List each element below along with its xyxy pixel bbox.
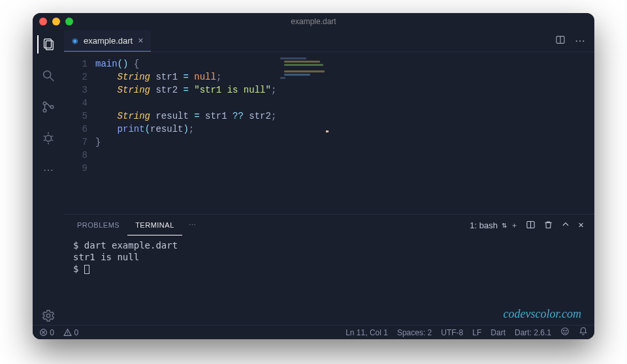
dart-file-icon: ◉ bbox=[72, 37, 78, 45]
editor-more-icon[interactable]: ⋯ bbox=[575, 35, 585, 47]
terminal-picker[interactable]: 1: bash ⇅ bbox=[466, 219, 511, 232]
status-bar: 0 0 Ln 11, Col 1 Spaces: 2 UTF-8 LF Dart… bbox=[33, 325, 594, 339]
editor-tabs: ◉ example.dart × ⋯ bbox=[64, 30, 594, 52]
window-title: example.dart bbox=[33, 17, 594, 26]
panel-tab-terminal[interactable]: TERMINAL bbox=[127, 215, 182, 235]
panel-tab-problems[interactable]: PROBLEMS bbox=[69, 215, 127, 235]
svg-point-2 bbox=[44, 71, 51, 78]
terminal-line: $ dart example.dart bbox=[73, 239, 585, 251]
source-control-icon[interactable] bbox=[39, 98, 57, 116]
status-feedback-icon[interactable] bbox=[560, 327, 570, 338]
debug-icon[interactable] bbox=[39, 129, 57, 147]
editor-actions: ⋯ bbox=[546, 30, 594, 52]
terminal-line: str1 is null bbox=[73, 251, 585, 263]
settings-gear-icon[interactable] bbox=[39, 307, 57, 325]
status-eol[interactable]: LF bbox=[472, 328, 481, 337]
status-warnings[interactable]: 0 bbox=[63, 328, 78, 337]
status-spaces[interactable]: Spaces: 2 bbox=[397, 328, 432, 337]
code-content[interactable]: main() { String str1 = null; String str2… bbox=[95, 52, 276, 214]
panel-tabs-more-icon[interactable]: ⋯ bbox=[182, 221, 202, 230]
editor-main: ◉ example.dart × ⋯ 1 2 3 4 bbox=[64, 30, 594, 325]
new-terminal-icon[interactable]: ＋ bbox=[511, 220, 518, 230]
workbench-body: ⋯ ◉ example.dart × ⋯ bbox=[33, 30, 594, 325]
terminal-line: $ bbox=[73, 263, 585, 275]
svg-point-5 bbox=[43, 109, 46, 112]
minimap-marker bbox=[326, 130, 329, 132]
svg-line-11 bbox=[52, 136, 54, 136]
svg-point-4 bbox=[43, 102, 46, 105]
titlebar: example.dart bbox=[33, 13, 594, 30]
status-language[interactable]: Dart bbox=[490, 328, 506, 337]
status-errors[interactable]: 0 bbox=[39, 328, 54, 337]
maximize-panel-icon[interactable] bbox=[561, 220, 570, 230]
updown-icon: ⇅ bbox=[502, 222, 507, 229]
terminal-picker-label: 1: bash bbox=[470, 220, 498, 230]
svg-point-14 bbox=[46, 314, 50, 318]
svg-line-3 bbox=[50, 78, 54, 82]
svg-point-6 bbox=[50, 106, 54, 109]
svg-point-25 bbox=[564, 330, 564, 331]
svg-line-12 bbox=[44, 140, 46, 141]
panel-actions: ＋ ✕ bbox=[511, 220, 589, 231]
activity-bar: ⋯ bbox=[33, 30, 64, 325]
close-panel-icon[interactable]: ✕ bbox=[578, 221, 584, 230]
split-editor-icon[interactable] bbox=[555, 35, 566, 47]
split-terminal-icon[interactable] bbox=[526, 220, 536, 231]
search-icon[interactable] bbox=[39, 67, 57, 85]
svg-point-26 bbox=[566, 330, 566, 331]
terminal-cursor bbox=[84, 265, 89, 274]
explorer-icon[interactable] bbox=[37, 35, 56, 53]
vscode-window: example.dart ⋯ ◉ bbox=[33, 13, 594, 339]
status-sdk[interactable]: Dart: 2.6.1 bbox=[515, 328, 551, 337]
status-encoding[interactable]: UTF-8 bbox=[441, 328, 463, 337]
line-number-gutter: 1 2 3 4 5 6 7 8 9 bbox=[64, 52, 95, 214]
svg-line-13 bbox=[52, 140, 54, 141]
svg-point-7 bbox=[45, 135, 51, 141]
panel-tab-bar: PROBLEMS TERMINAL ⋯ 1: bash ⇅ ＋ bbox=[64, 215, 594, 235]
tab-close-icon[interactable]: × bbox=[138, 35, 143, 46]
code-editor[interactable]: 1 2 3 4 5 6 7 8 9 main() { String str1 =… bbox=[64, 52, 594, 214]
kill-terminal-icon[interactable] bbox=[543, 220, 553, 231]
tab-label: example.dart bbox=[84, 36, 133, 46]
bottom-panel: PROBLEMS TERMINAL ⋯ 1: bash ⇅ ＋ bbox=[64, 214, 594, 325]
more-icon[interactable]: ⋯ bbox=[39, 160, 57, 179]
svg-line-10 bbox=[44, 136, 46, 136]
tab-example-dart[interactable]: ◉ example.dart × bbox=[64, 30, 151, 52]
svg-point-24 bbox=[562, 328, 569, 335]
status-lncol[interactable]: Ln 11, Col 1 bbox=[346, 328, 388, 337]
watermark: codevscolor.com bbox=[504, 307, 581, 321]
minimap[interactable] bbox=[276, 52, 329, 214]
status-bell-icon[interactable] bbox=[579, 327, 588, 338]
